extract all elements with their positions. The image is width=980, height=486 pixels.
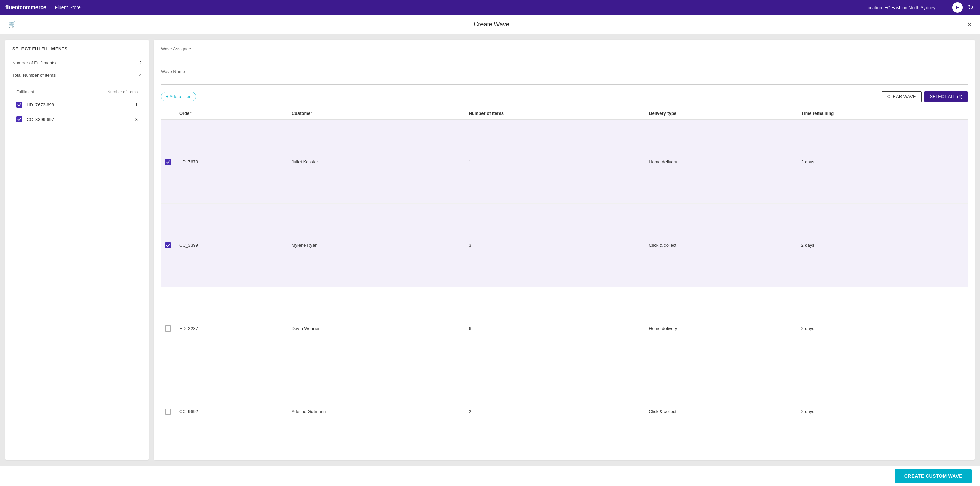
order-items-3: 2 xyxy=(465,370,645,453)
order-checkbox-0[interactable] xyxy=(165,159,171,165)
bottom-bar: CREATE CUSTOM WAVE xyxy=(0,465,980,486)
brand-logo: fluentcommerce xyxy=(5,5,46,11)
order-customer-2: Devin Wehner xyxy=(288,287,465,370)
order-items-0: 1 xyxy=(465,120,645,204)
page-container: 🛒 Create Wave × SELECT FULFILLMENTS Numb… xyxy=(0,15,980,486)
order-checkbox-3[interactable] xyxy=(165,409,171,415)
order-customer-3: Adeline Gutmann xyxy=(288,370,465,453)
order-row-2[interactable]: HD_2237 Devin Wehner 6 Home delivery 2 d… xyxy=(161,287,968,370)
order-time-2: 2 days xyxy=(797,287,968,370)
left-panel: SELECT FULFILLMENTS Number of Fulfilment… xyxy=(5,40,149,460)
close-button[interactable]: × xyxy=(967,20,972,29)
stat-fulfilments: Number of Fulfilments 2 xyxy=(12,57,142,69)
order-row-1[interactable]: CC_3399 Mylene Ryan 3 Click & collect 2 … xyxy=(161,204,968,287)
order-id-3: CC_9692 xyxy=(175,370,288,453)
order-col-header: Order xyxy=(175,107,288,120)
order-time-0: 2 days xyxy=(797,120,968,204)
order-row-0[interactable]: HD_7673 Juliet Kessler 1 Home delivery 2… xyxy=(161,120,968,204)
wave-action-buttons: CLEAR WAVE SELECT ALL (4) xyxy=(881,91,968,102)
create-custom-wave-button[interactable]: CREATE CUSTOM WAVE xyxy=(895,469,972,483)
wave-name-field: Wave Name xyxy=(161,69,968,84)
order-items-2: 6 xyxy=(465,287,645,370)
order-delivery-2: Home delivery xyxy=(645,287,797,370)
page-header-left: 🛒 xyxy=(8,21,16,28)
fulfillment-checkbox-0[interactable] xyxy=(16,102,22,108)
delivery-col-header: Delivery type xyxy=(645,107,797,120)
cart-icon: 🛒 xyxy=(8,21,16,28)
order-delivery-3: Click & collect xyxy=(645,370,797,453)
more-options-button[interactable]: ⋮ xyxy=(939,2,948,13)
fulfillment-checkbox-1[interactable] xyxy=(16,116,22,122)
fulfillment-col-header: Fulfilment xyxy=(16,90,34,94)
orders-table-header-row: Order Customer Number of items Delivery … xyxy=(161,107,968,120)
fulfillment-count-1: 3 xyxy=(135,117,138,122)
nav-divider xyxy=(50,4,51,11)
wave-name-label: Wave Name xyxy=(161,69,968,74)
right-panel: Wave Assignee Wave Name + Add a filter C… xyxy=(154,40,975,460)
order-delivery-0: Home delivery xyxy=(645,120,797,204)
fulfillment-row-0[interactable]: HD_7673-698 1 xyxy=(12,97,142,112)
order-time-3: 2 days xyxy=(797,370,968,453)
items-col-header: Number of items xyxy=(465,107,645,120)
user-avatar-button[interactable]: F xyxy=(952,2,963,13)
order-delivery-1: Click & collect xyxy=(645,204,797,287)
main-content: SELECT FULFILLMENTS Number of Fulfilment… xyxy=(0,34,980,465)
order-id-0: HD_7673 xyxy=(175,120,288,204)
order-customer-0: Juliet Kessler xyxy=(288,120,465,204)
fulfillment-row-1[interactable]: CC_3399-697 3 xyxy=(12,112,142,126)
add-filter-button[interactable]: + Add a filter xyxy=(161,92,196,101)
top-navigation: fluentcommerce Fluent Store Location: FC… xyxy=(0,0,980,15)
filter-actions: + Add a filter CLEAR WAVE SELECT ALL (4) xyxy=(161,91,968,102)
time-col-header: Time remaining xyxy=(797,107,968,120)
clear-wave-button[interactable]: CLEAR WAVE xyxy=(881,91,922,102)
stat-items-label: Total Number of Items xyxy=(12,73,56,78)
fulfillment-id-1: CC_3399-697 xyxy=(27,117,131,122)
order-id-1: CC_3399 xyxy=(175,204,288,287)
orders-checkbox-col-header xyxy=(161,107,175,120)
order-time-1: 2 days xyxy=(797,204,968,287)
fulfillment-count-0: 1 xyxy=(135,102,138,107)
number-of-items-col-header: Number of Items xyxy=(107,90,138,94)
stat-items: Total Number of Items 4 xyxy=(12,69,142,81)
wave-assignee-field: Wave Assignee xyxy=(161,46,968,62)
orders-table: Order Customer Number of items Delivery … xyxy=(161,107,968,453)
page-title: Create Wave xyxy=(474,21,509,28)
stat-fulfilments-label: Number of Fulfilments xyxy=(12,61,56,65)
order-row-3[interactable]: CC_9692 Adeline Gutmann 2 Click & collec… xyxy=(161,370,968,453)
order-checkbox-2[interactable] xyxy=(165,325,171,331)
select-all-button[interactable]: SELECT ALL (4) xyxy=(924,91,968,102)
wave-name-input[interactable] xyxy=(161,76,968,84)
fulfillments-table: Fulfilment Number of Items HD_7673-698 1 xyxy=(12,87,142,126)
left-panel-title: SELECT FULFILLMENTS xyxy=(12,46,142,51)
store-name: Fluent Store xyxy=(54,5,80,10)
brand-logo-area: fluentcommerce xyxy=(5,5,46,11)
order-checkbox-1[interactable] xyxy=(165,242,171,249)
fulfillments-table-header: Fulfilment Number of Items xyxy=(12,87,142,97)
order-customer-1: Mylene Ryan xyxy=(288,204,465,287)
stat-fulfilments-value: 2 xyxy=(139,61,142,65)
nav-left: fluentcommerce Fluent Store xyxy=(5,4,81,11)
customer-col-header: Customer xyxy=(288,107,465,120)
location-text: Location: FC Fashion North Sydney xyxy=(865,5,935,10)
page-header: 🛒 Create Wave × xyxy=(0,15,980,34)
wave-assignee-label: Wave Assignee xyxy=(161,46,968,51)
fulfillment-id-0: HD_7673-698 xyxy=(27,102,131,107)
stat-items-value: 4 xyxy=(139,73,142,78)
refresh-button[interactable]: ↻ xyxy=(967,2,975,13)
wave-assignee-input[interactable] xyxy=(161,54,968,62)
order-id-2: HD_2237 xyxy=(175,287,288,370)
order-items-1: 3 xyxy=(465,204,645,287)
nav-right: Location: FC Fashion North Sydney ⋮ F ↻ xyxy=(865,2,975,13)
